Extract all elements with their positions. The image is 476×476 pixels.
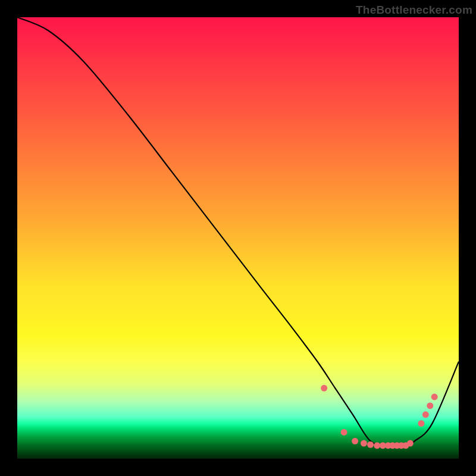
svg-point-16 <box>431 394 438 400</box>
svg-point-2 <box>352 438 358 444</box>
svg-point-14 <box>422 411 429 418</box>
svg-point-3 <box>361 440 367 447</box>
svg-point-12 <box>407 440 414 447</box>
plot-area <box>17 17 459 459</box>
svg-point-13 <box>418 420 424 427</box>
attribution-text: TheBottlenecker.com <box>356 4 472 17</box>
svg-point-5 <box>374 442 380 449</box>
svg-point-0 <box>321 385 327 392</box>
chart-svg <box>17 17 459 459</box>
svg-point-1 <box>341 429 347 436</box>
svg-point-4 <box>367 441 374 448</box>
curve-line <box>17 17 459 446</box>
svg-point-15 <box>427 402 433 409</box>
marker-dots <box>321 385 438 449</box>
